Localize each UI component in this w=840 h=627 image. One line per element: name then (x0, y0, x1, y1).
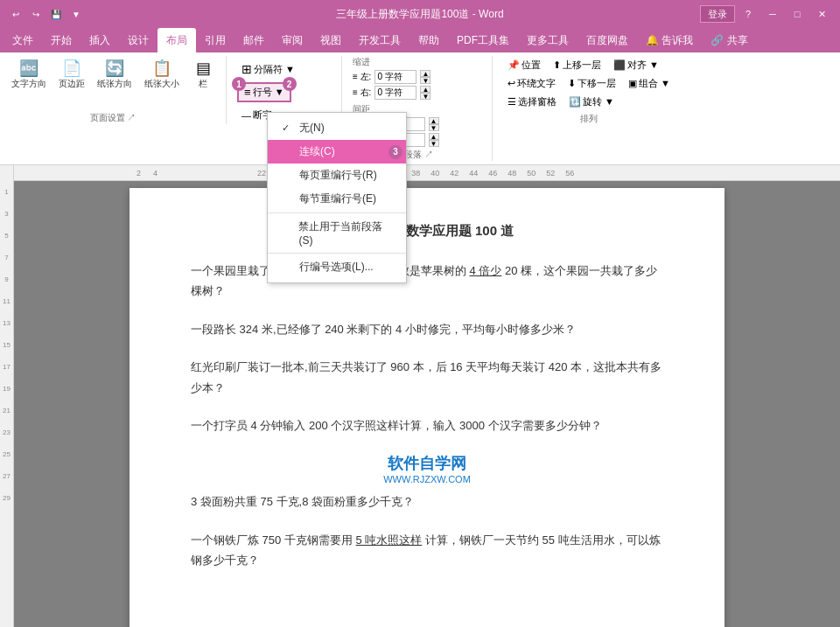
doc-title: 三年级上册数学应用题 100 道 (191, 223, 663, 240)
menu-file[interactable]: 文件 (4, 28, 42, 52)
wrap-text-icon: ↩ (508, 78, 515, 89)
badge-1: 1 (232, 77, 246, 91)
menu-more[interactable]: 更多工具 (518, 28, 578, 52)
breaks-button[interactable]: ⊞ 分隔符 ▼ (237, 59, 299, 79)
position-button[interactable]: 📌位置 (503, 56, 545, 74)
ribbon: 🔤 文字方向 📄 页边距 🔄 纸张方向 📋 纸张大小 ▤ 栏 页面设置 ↗ (0, 52, 840, 165)
menu-developer[interactable]: 开发工具 (350, 28, 410, 52)
underline-text-2: 5 吨水照这样 (356, 533, 423, 547)
dropdown-item-continuous[interactable]: 连续(C) 3 (268, 140, 406, 164)
menu-layout[interactable]: 布局 (158, 28, 196, 52)
menu-pdf[interactable]: PDF工具集 (448, 28, 518, 52)
menu-design[interactable]: 设计 (119, 28, 158, 52)
paper-size-button[interactable]: 📋 纸张大小 (140, 56, 184, 93)
help-button[interactable]: ? (737, 5, 760, 23)
redo-button[interactable]: ↪ (27, 5, 45, 23)
indent-right-row: ≡ 右: ▲ ▼ (353, 86, 485, 100)
watermark-text: 软件自学网 (191, 453, 663, 474)
page-setup-label: 页面设置 ↗ (7, 110, 219, 124)
indent-left-label: ≡ 左: (353, 71, 371, 83)
columns-button[interactable]: ▤ 栏 (187, 56, 219, 93)
main-area: 1 3 5 7 9 11 13 15 17 19 21 23 25 27 29 … (0, 181, 840, 627)
menu-tell[interactable]: 🔔 吿诉我 (637, 28, 702, 52)
indent-right-input[interactable] (374, 86, 416, 100)
dropdown-item-options[interactable]: 行编号选项(L)... (268, 255, 406, 279)
dropdown-item-restart-section[interactable]: 每节重编行号(E) (268, 187, 406, 211)
indent-left-input[interactable] (374, 70, 416, 84)
watermark-area: 软件自学网 WWW.RJZXW.COM (191, 453, 663, 484)
h-ruler: 2 4 22 24 26 28 30 32 34 36 38 40 42 44 … (14, 165, 840, 181)
menu-share[interactable]: 🔗 共享 (702, 28, 756, 52)
spacing-after-down[interactable]: ▼ (429, 140, 439, 147)
breaks-icon: ⊞ (242, 62, 252, 76)
wrap-text-button[interactable]: ↩环绕文字 (503, 74, 560, 93)
badge-3: 3 (388, 145, 402, 159)
line-numbers-row: ≡ 行号 ▼ 1 2 (237, 82, 334, 102)
rotate-button[interactable]: 🔃旋转 ▼ (564, 93, 619, 111)
indent-left-down[interactable]: ▼ (420, 77, 430, 84)
group-icon: ▣ (628, 78, 637, 89)
dropdown-item-suppress[interactable]: 禁止用于当前段落(S) (268, 215, 406, 251)
dropdown-item-none[interactable]: ✓ 无(N) (268, 116, 406, 140)
margins-button[interactable]: 📄 页边距 (54, 56, 89, 93)
watermark-url: WWW.RJZXW.COM (191, 474, 663, 484)
menu-baidu[interactable]: 百度网盘 (578, 28, 637, 52)
menu-references[interactable]: 引用 (196, 28, 234, 52)
menu-review[interactable]: 审阅 (273, 28, 312, 52)
send-back-icon: ⬇ (568, 78, 576, 89)
rotate-icon: 🔃 (569, 96, 581, 108)
ruler-area: 2 4 22 24 26 28 30 32 34 36 38 40 42 44 … (0, 165, 840, 181)
bring-forward-button[interactable]: ⬆上移一层 (549, 56, 606, 74)
restore-button[interactable]: □ (786, 5, 808, 23)
window-title: 三年级上册数学应用题100道 - Word (336, 7, 503, 22)
doc-para-2: 一段路长 324 米,已经修了 240 米剩下的 4 小时修完，平均每小时修多少… (191, 319, 663, 339)
v-ruler: 1 3 5 7 9 11 13 15 17 19 21 23 25 27 29 (0, 181, 14, 627)
group-button[interactable]: ▣组合 ▼ (624, 74, 675, 93)
arrange-group-label: 排列 (503, 111, 675, 125)
orientation-button[interactable]: 🔄 纸张方向 (93, 56, 136, 93)
underline-text-1: 4 倍少 (470, 264, 502, 277)
quick-access-toolbar: ↩ ↪ 💾 ▼ (7, 5, 85, 23)
menu-view[interactable]: 视图 (312, 28, 350, 52)
text-direction-button[interactable]: 🔤 文字方向 (7, 56, 51, 93)
arrange-row3: ☰选择窗格 🔃旋转 ▼ (503, 93, 675, 111)
paper-size-icon: 📋 (152, 59, 172, 78)
doc-para-5: 3 袋面粉共重 75 千克,8 袋面粉重多少千克？ (191, 491, 663, 512)
login-button[interactable]: 登录 (700, 5, 735, 23)
badge-2: 2 (283, 77, 297, 91)
minimize-button[interactable]: ─ (761, 5, 784, 23)
menu-help[interactable]: 帮助 (410, 28, 448, 52)
hyphenation-icon: — (242, 110, 251, 121)
line-numbers-button[interactable]: ≡ 行号 ▼ 1 2 (237, 82, 291, 102)
spacing-before-down[interactable]: ▼ (429, 124, 439, 131)
dropdown-separator-2 (268, 253, 406, 254)
indent-right-down[interactable]: ▼ (420, 93, 430, 100)
paragraph-expand[interactable]: ↗ (424, 150, 433, 159)
selection-pane-button[interactable]: ☰选择窗格 (503, 93, 561, 111)
doc-para-1: 一个果园里栽了 125 棵苹果树，梨树的棵数是苹果树的 4 倍少 20 棵，这个… (191, 261, 663, 302)
margins-icon: 📄 (62, 59, 81, 78)
menu-insert[interactable]: 插入 (80, 28, 119, 52)
bring-forward-icon: ⬆ (553, 59, 561, 71)
undo-button[interactable]: ↩ (7, 5, 24, 23)
menu-home[interactable]: 开始 (42, 28, 80, 52)
window-controls: 登录 ? ─ □ ✕ (700, 5, 833, 23)
dropdown-item-restart-page[interactable]: 每页重编行号(R) (268, 164, 406, 187)
close-button[interactable]: ✕ (810, 5, 833, 23)
title-bar: ↩ ↪ 💾 ▼ 三年级上册数学应用题100道 - Word 登录 ? ─ □ ✕ (0, 0, 840, 28)
customize-qa-button[interactable]: ▼ (67, 5, 85, 23)
indent-right-label: ≡ 右: (353, 87, 371, 99)
arrange-row2: ↩环绕文字 ⬇下移一层 ▣组合 ▼ (503, 74, 675, 93)
breaks-row: ⊞ 分隔符 ▼ (237, 59, 334, 79)
doc-scroll-area[interactable]: 三年级上册数学应用题 100 道 一个果园里栽了 125 棵苹果树，梨树的棵数是… (14, 181, 840, 627)
indent-label: 缩进 (353, 56, 485, 68)
save-button[interactable]: 💾 (47, 5, 65, 23)
page-setup-expand[interactable]: ↗ (127, 113, 136, 122)
menu-mail[interactable]: 邮件 (234, 28, 273, 52)
indent-left-row: ≡ 左: ▲ ▼ (353, 70, 485, 84)
align-button[interactable]: ⬛对齐 ▼ (609, 56, 663, 74)
send-back-button[interactable]: ⬇下移一层 (564, 74, 620, 93)
position-icon: 📌 (508, 59, 520, 71)
dropdown-separator (268, 212, 406, 213)
doc-page: 三年级上册数学应用题 100 道 一个果园里栽了 125 棵苹果树，梨树的棵数是… (130, 188, 724, 627)
